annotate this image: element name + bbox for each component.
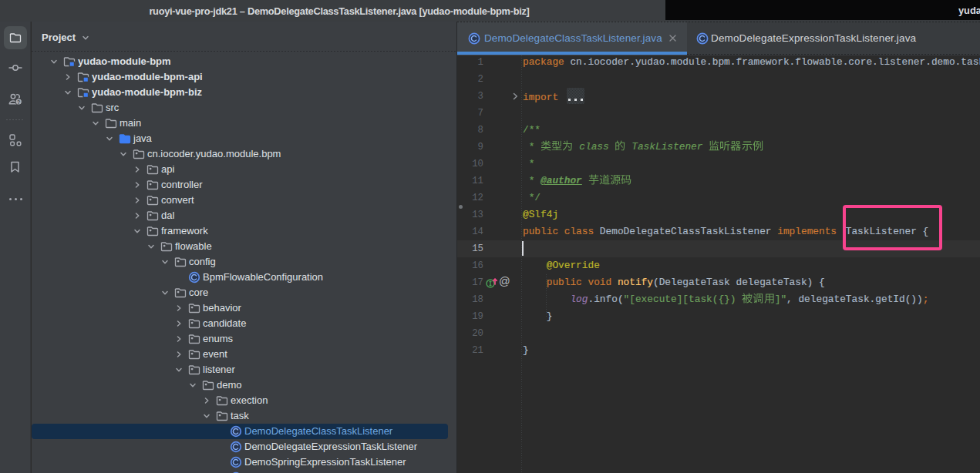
svg-text:?: ? xyxy=(17,99,20,105)
